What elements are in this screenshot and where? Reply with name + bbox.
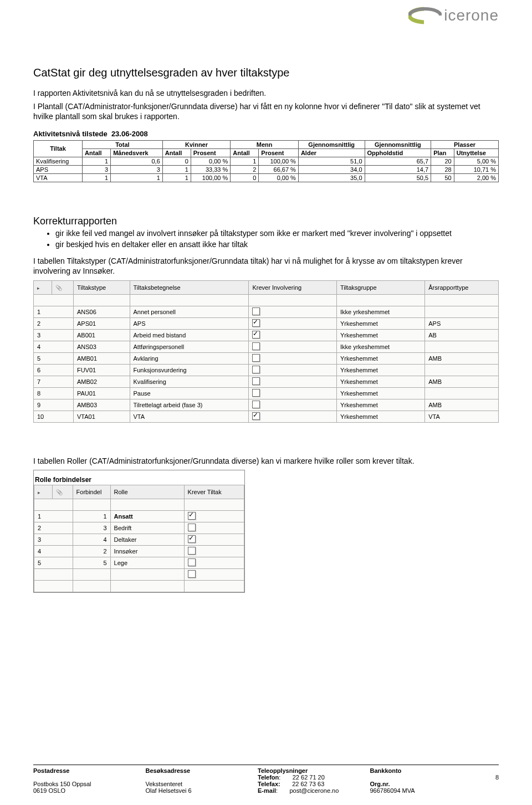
- col-tiltakstype[interactable]: Tiltakstype: [73, 281, 130, 295]
- rolle-cell[interactable]: Deltaker: [110, 534, 184, 545]
- forbindel-cell[interactable]: 5: [73, 557, 110, 568]
- checkbox-cell[interactable]: [249, 330, 336, 341]
- grid-row[interactable]: 8PAU01PauseYrkeshemmet: [34, 388, 499, 399]
- roller-grid[interactable]: Forbindel Rolle Krever Tiltak 11Ansatt23…: [34, 485, 244, 592]
- grid-cell[interactable]: Yrkeshemmet: [336, 411, 424, 423]
- grid-row[interactable]: 23Bedrift: [34, 522, 244, 534]
- checkbox-cell[interactable]: [249, 318, 336, 330]
- grid-cell[interactable]: APS: [425, 318, 499, 330]
- rolle-cell[interactable]: Lege: [110, 557, 184, 568]
- checkbox-cell[interactable]: [184, 545, 244, 557]
- grid-cell[interactable]: AB: [425, 330, 499, 341]
- checkbox-cell[interactable]: [249, 353, 336, 365]
- grid-row[interactable]: 1ANS06Annet personellIkke yrkeshemmet: [34, 306, 499, 318]
- checkbox-empty[interactable]: [188, 570, 196, 578]
- grid-row[interactable]: 6FUV01FunksjonsvurderingYrkeshemmet: [34, 365, 499, 376]
- checkbox-cell[interactable]: [249, 388, 336, 399]
- grid-cell[interactable]: FUV01: [73, 365, 130, 376]
- checkbox-icon[interactable]: [252, 366, 260, 373]
- grid-cell[interactable]: [425, 388, 499, 399]
- grid-cell[interactable]: ANS06: [73, 306, 130, 318]
- grid-cell[interactable]: Pause: [130, 388, 249, 399]
- grid-row[interactable]: 4ANS03AttføringspersonellIkke yrkeshemme…: [34, 341, 499, 353]
- checkbox-icon[interactable]: [252, 331, 260, 339]
- grid-cell[interactable]: VTA: [130, 411, 249, 423]
- grid-cell[interactable]: AMB: [425, 399, 499, 411]
- checkbox-cell[interactable]: [249, 306, 336, 318]
- checkbox-icon[interactable]: [252, 319, 260, 327]
- grid-cell[interactable]: PAU01: [73, 388, 130, 399]
- checkbox-cell[interactable]: [184, 522, 244, 534]
- grid-cell[interactable]: [425, 306, 499, 318]
- grid-cell[interactable]: Arbeid med bistand: [130, 330, 249, 341]
- grid-cell[interactable]: Yrkeshemmet: [336, 376, 424, 388]
- checkbox-cell[interactable]: [249, 376, 336, 388]
- checkbox-icon[interactable]: [188, 512, 196, 520]
- forbindel-cell[interactable]: 4: [73, 534, 110, 545]
- row-selector-icon[interactable]: [34, 485, 53, 499]
- grid-cell[interactable]: AMB03: [73, 399, 130, 411]
- tiltakstyper-grid[interactable]: Tiltakstype Tiltaksbetegnelse Krever Inv…: [33, 280, 499, 423]
- row-selector-icon[interactable]: [34, 281, 52, 295]
- col-tiltaksbet[interactable]: Tiltaksbetegnelse: [130, 281, 249, 295]
- grid-cell[interactable]: Yrkeshemmet: [336, 365, 424, 376]
- rolle-cell[interactable]: Ansatt: [110, 510, 184, 522]
- checkbox-icon[interactable]: [252, 389, 260, 397]
- checkbox-cell[interactable]: [249, 341, 336, 353]
- checkbox-icon[interactable]: [252, 354, 260, 362]
- grid-row[interactable]: 55Lege: [34, 557, 244, 568]
- rolle-cell[interactable]: Innsøker: [110, 545, 184, 557]
- checkbox-cell[interactable]: [184, 510, 244, 522]
- grid-cell[interactable]: AMB01: [73, 353, 130, 365]
- grid-cell[interactable]: VTA01: [73, 411, 130, 423]
- grid-cell[interactable]: Yrkeshemmet: [336, 399, 424, 411]
- grid-row[interactable]: 11Ansatt: [34, 510, 244, 522]
- grid-row[interactable]: 2APS01APSYrkeshemmetAPS: [34, 318, 499, 330]
- forbindel-cell[interactable]: 1: [73, 510, 110, 522]
- checkbox-cell[interactable]: [249, 411, 336, 423]
- grid-cell[interactable]: Yrkeshemmet: [336, 330, 424, 341]
- grid-cell[interactable]: Ikke yrkeshemmet: [336, 341, 424, 353]
- checkbox-icon[interactable]: [188, 547, 196, 555]
- grid-cell[interactable]: [425, 365, 499, 376]
- col-arsrapport[interactable]: Årsrapporttype: [425, 281, 499, 295]
- checkbox-cell[interactable]: [184, 557, 244, 568]
- grid-cell[interactable]: Annet personell: [130, 306, 249, 318]
- grid-row[interactable]: 10VTA01VTAYrkeshemmetVTA: [34, 411, 499, 423]
- checkbox-cell[interactable]: [249, 365, 336, 376]
- grid-row[interactable]: 7AMB02KvalifiseringYrkeshemmetAMB: [34, 376, 499, 388]
- grid-cell[interactable]: AB001: [73, 330, 130, 341]
- grid-cell[interactable]: AMB: [425, 353, 499, 365]
- col-krever-inv[interactable]: Krever Involvering: [249, 281, 336, 295]
- checkbox-icon[interactable]: [252, 401, 260, 408]
- checkbox-icon[interactable]: [252, 342, 260, 350]
- grid-cell[interactable]: Funksjonsvurdering: [130, 365, 249, 376]
- forbindel-cell[interactable]: 3: [73, 522, 110, 534]
- checkbox-icon[interactable]: [252, 412, 260, 420]
- checkbox-cell[interactable]: [184, 534, 244, 545]
- checkbox-icon[interactable]: [252, 377, 260, 385]
- grid-cell[interactable]: Kvalifisering: [130, 376, 249, 388]
- grid-row[interactable]: 42Innsøker: [34, 545, 244, 557]
- grid-row[interactable]: 5AMB01AvklaringYrkeshemmetAMB: [34, 353, 499, 365]
- col-forbindel[interactable]: Forbindel: [73, 485, 110, 499]
- grid-cell[interactable]: Ikke yrkeshemmet: [336, 306, 424, 318]
- grid-cell[interactable]: Yrkeshemmet: [336, 353, 424, 365]
- grid-cell[interactable]: Yrkeshemmet: [336, 318, 424, 330]
- checkbox-icon[interactable]: [188, 524, 196, 531]
- grid-cell[interactable]: ANS03: [73, 341, 130, 353]
- grid-cell[interactable]: APS01: [73, 318, 130, 330]
- grid-cell[interactable]: Tilrettelagt arbeid (fase 3): [130, 399, 249, 411]
- rolle-cell[interactable]: Bedrift: [110, 522, 184, 534]
- grid-cell[interactable]: [425, 341, 499, 353]
- grid-cell[interactable]: AMB02: [73, 376, 130, 388]
- grid-cell[interactable]: AMB: [425, 376, 499, 388]
- grid-row[interactable]: 9AMB03Tilrettelagt arbeid (fase 3)Yrkesh…: [34, 399, 499, 411]
- grid-cell[interactable]: VTA: [425, 411, 499, 423]
- grid-cell[interactable]: Attføringspersonell: [130, 341, 249, 353]
- col-rolle[interactable]: Rolle: [110, 485, 184, 499]
- grid-cell[interactable]: Yrkeshemmet: [336, 388, 424, 399]
- grid-cell[interactable]: APS: [130, 318, 249, 330]
- checkbox-icon[interactable]: [252, 307, 260, 315]
- checkbox-cell[interactable]: [249, 399, 336, 411]
